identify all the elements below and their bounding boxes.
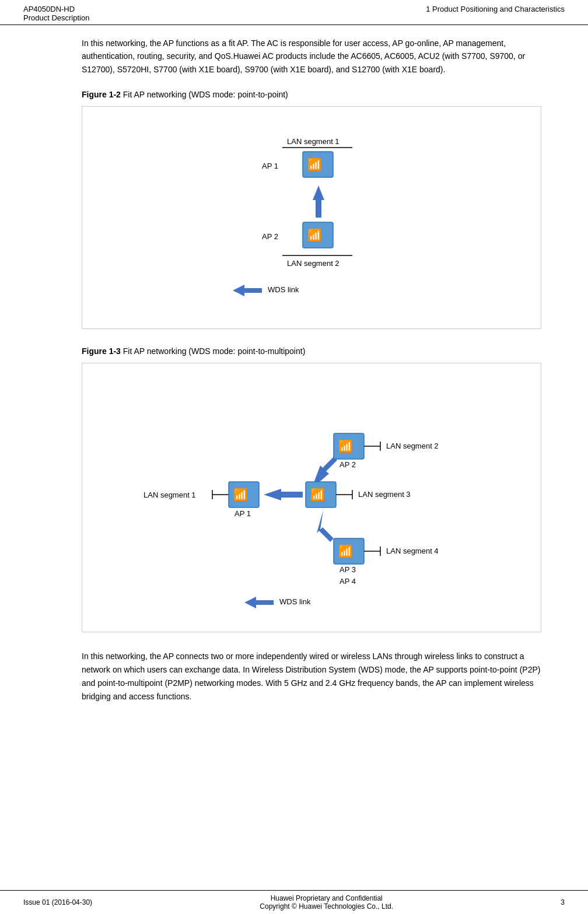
page: AP4050DN-HD Product Description 1 Produc… <box>0 0 588 914</box>
svg-marker-12 <box>264 489 303 500</box>
header-right: 1 Product Positioning and Characteristic… <box>426 5 565 22</box>
footer-left: Issue 01 (2016-04-30) <box>23 898 92 906</box>
fig2-ap2-label: AP 2 <box>262 232 278 241</box>
svg-text:📶: 📶 <box>338 439 353 453</box>
figure3-container: LAN segment 1 📶 AP 1 📶 <box>82 363 541 632</box>
svg-text:📶: 📶 <box>307 157 322 171</box>
fig2-lan1-label: LAN segment 1 <box>287 137 340 146</box>
figure3-diagram: LAN segment 1 📶 AP 1 📶 <box>131 375 492 620</box>
svg-text:📶: 📶 <box>310 488 325 502</box>
fig2-lan2-label: LAN segment 2 <box>287 259 340 268</box>
header-left: AP4050DN-HD Product Description <box>23 5 89 22</box>
page-header: AP4050DN-HD Product Description 1 Produc… <box>0 0 588 25</box>
fig3-lan1-label: LAN segment 1 <box>144 491 196 499</box>
fig3-ap2-label: AP 2 <box>340 460 356 469</box>
fig2-wds-label: WDS link <box>268 285 299 294</box>
main-content: In this networking, the AP functions as … <box>0 25 588 890</box>
fig3-ap3-label: AP 3 <box>340 565 356 574</box>
fig3-lan4-label: LAN segment 4 <box>386 547 439 555</box>
footer-center-line2: Copyright © Huawei Technologies Co., Ltd… <box>92 902 561 911</box>
svg-marker-3 <box>313 185 324 218</box>
fig3-lan2-label: LAN segment 2 <box>386 442 439 450</box>
svg-text:📶: 📶 <box>233 488 248 502</box>
figure2-label: Figure 1-2 Fit AP networking (WDS mode: … <box>82 90 541 99</box>
figure2-diagram: LAN segment 1 📶 AP 1 📶 AP 2 LAN segme <box>201 118 422 317</box>
svg-marker-27 <box>244 597 274 608</box>
fig3-lan3-label: LAN segment 3 <box>358 490 411 499</box>
page-footer: Issue 01 (2016-04-30) Huawei Proprietary… <box>0 890 588 914</box>
svg-text:📶: 📶 <box>338 544 353 558</box>
svg-text:📶: 📶 <box>307 228 322 242</box>
footer-center-line1: Huawei Proprietary and Confidential <box>92 894 561 902</box>
footer-center: Huawei Proprietary and Confidential Copy… <box>92 894 561 911</box>
fig3-wds-label: WDS link <box>279 597 311 606</box>
fig2-ap1-label: AP 1 <box>262 162 278 170</box>
figure2-container: LAN segment 1 📶 AP 1 📶 AP 2 LAN segme <box>82 106 541 329</box>
footer-right: 3 <box>561 898 565 906</box>
fig3-ap1-label: AP 1 <box>235 509 251 518</box>
header-product-name: AP4050DN-HD <box>23 5 89 13</box>
svg-marker-7 <box>233 285 262 296</box>
figure3-label: Figure 1-3 Fit AP networking (WDS mode: … <box>82 346 541 356</box>
svg-marker-22 <box>317 510 334 542</box>
closing-paragraph: In this networking, the AP connects two … <box>82 650 541 703</box>
header-product-section: Product Description <box>23 13 89 22</box>
fig3-ap4-label: AP 4 <box>340 577 356 586</box>
intro-paragraph: In this networking, the AP functions as … <box>82 37 541 76</box>
